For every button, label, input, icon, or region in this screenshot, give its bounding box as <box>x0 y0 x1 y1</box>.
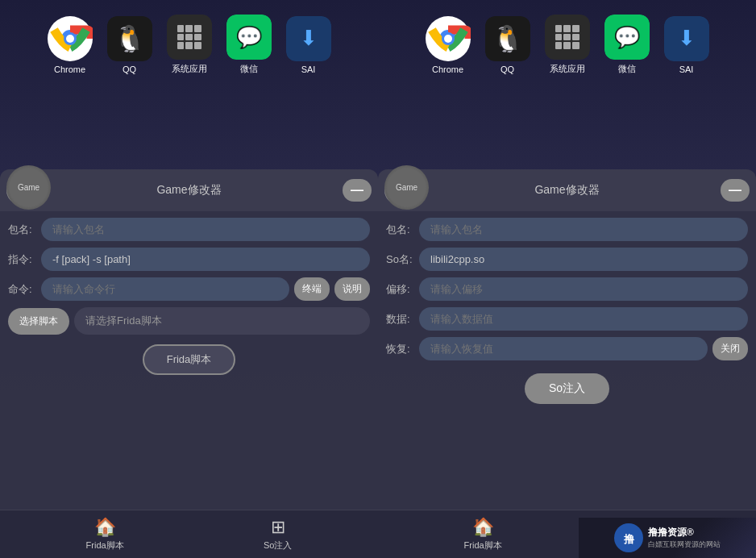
right-sysapp-label: 系统应用 <box>550 63 585 75</box>
right-sai-icon: ⬇ <box>664 16 709 61</box>
left-choose-script-row: 选择脚本 请选择Frida脚本 <box>8 307 370 335</box>
right-package-row: 包名: <box>386 218 748 241</box>
left-cmd-row: 命令: 终端 说明 <box>8 277 370 301</box>
watermark: 撸 撸撸资源® 白嫖互联网资源的网站 <box>579 518 756 558</box>
right-sai-app[interactable]: ⬇ SAI <box>664 16 709 74</box>
left-panel-content: 包名: 指令: -f [pack] -s [path] 命令: 终端 说明 <box>0 211 378 510</box>
right-restore-label: 恢复: <box>386 342 414 356</box>
right-qq-label: QQ <box>501 65 514 74</box>
right-package-input[interactable] <box>419 218 748 241</box>
watermark-logo-icon: 撸 <box>614 523 643 552</box>
right-data-input[interactable] <box>419 307 748 331</box>
left-nav-soinject[interactable]: ⊞ So注入 <box>264 517 292 552</box>
left-qq-label: QQ <box>123 65 136 74</box>
left-qq-app[interactable]: 🐧 QQ <box>107 16 152 74</box>
right-offset-input[interactable] <box>419 277 748 301</box>
right-nav-frida-label: Frida脚本 <box>464 539 502 552</box>
qq-icon: 🐧 <box>107 16 152 61</box>
right-minus-btn[interactable]: — <box>721 179 750 202</box>
wechat-icon: 💬 <box>226 15 272 60</box>
right-panel: Chrome 🐧 QQ <box>378 0 756 558</box>
left-package-row: 包名: <box>8 218 370 241</box>
left-panel-header: +++ Game修改器 — <box>0 169 378 211</box>
right-sai-label: SAI <box>679 65 694 74</box>
left-desc-btn[interactable]: 说明 <box>334 277 370 301</box>
left-nav-soinject-label: So注入 <box>264 539 292 552</box>
left-game-modifier-panel: +++ Game修改器 — 包名: 指令: -f [pack] -s [path… <box>0 169 378 558</box>
right-qq-app[interactable]: 🐧 QQ <box>485 16 530 74</box>
left-choose-script-placeholder: 请选择Frida脚本 <box>74 307 370 335</box>
right-chrome-label: Chrome <box>432 65 463 74</box>
watermark-subtitle: 白嫖互联网资源的网站 <box>648 539 721 550</box>
right-soname-value: libili2cpp.so <box>419 248 748 271</box>
left-terminal-btn[interactable]: 终端 <box>294 277 330 301</box>
sai-icon: ⬇ <box>286 16 331 61</box>
right-data-label: 数据: <box>386 312 414 327</box>
right-data-row: 数据: <box>386 307 748 331</box>
left-chrome-app[interactable]: Chrome <box>48 16 93 74</box>
left-wechat-app[interactable]: 💬 微信 <box>226 15 272 75</box>
right-offset-label: 偏移: <box>386 282 414 297</box>
right-chrome-icon <box>426 16 471 61</box>
right-game-modifier-panel: +++ Game修改器 — 包名: So名: libili2cpp.so 偏移: <box>378 169 756 558</box>
left-sai-label: SAI <box>301 65 316 74</box>
left-floating-circle[interactable]: Game <box>6 165 51 210</box>
svg-point-3 <box>66 35 74 43</box>
left-command-row: 指令: -f [pack] -s [path] <box>8 248 370 271</box>
right-nav-frida[interactable]: 🏠 Frida脚本 <box>464 517 502 552</box>
left-bottom-nav: 🏠 Frida脚本 ⊞ So注入 <box>0 510 378 558</box>
right-sysapp-icon <box>545 15 590 60</box>
left-nav-frida[interactable]: 🏠 Frida脚本 <box>86 517 124 552</box>
right-sysapp-app[interactable]: 系统应用 <box>545 15 590 75</box>
left-frida-btn-row: Frida脚本 <box>8 344 370 375</box>
right-restore-input[interactable] <box>419 337 708 360</box>
left-frida-btn[interactable]: Frida脚本 <box>143 344 236 375</box>
left-choose-script-btn[interactable]: 选择脚本 <box>8 308 69 335</box>
left-nav-frida-label: Frida脚本 <box>86 539 124 552</box>
left-sai-app[interactable]: ⬇ SAI <box>286 16 331 74</box>
left-app-icons-row: Chrome 🐧 QQ <box>0 0 378 83</box>
left-panel-title: Game修改器 <box>35 183 343 198</box>
right-wechat-icon: 💬 <box>604 15 650 60</box>
right-qq-icon: 🐧 <box>485 16 530 61</box>
right-floating-circle[interactable]: Game <box>384 165 429 210</box>
left-command-value: -f [pack] -s [path] <box>41 248 370 271</box>
chrome-icon <box>48 16 93 61</box>
left-package-label: 包名: <box>8 223 36 237</box>
sysapp-icon <box>167 15 212 60</box>
right-restore-row: 恢复: 关闭 <box>386 337 748 360</box>
left-chrome-label: Chrome <box>54 65 85 74</box>
left-panel: Chrome 🐧 QQ <box>0 0 378 558</box>
right-offset-row: 偏移: <box>386 277 748 301</box>
right-panel-content: 包名: So名: libili2cpp.so 偏移: 数据: <box>378 211 756 510</box>
watermark-text-block: 撸撸资源® 白嫖互联网资源的网站 <box>648 526 721 550</box>
svg-point-7 <box>444 35 452 43</box>
left-sysapp-app[interactable]: 系统应用 <box>167 15 212 75</box>
left-command-label: 指令: <box>8 252 36 267</box>
right-bottom-nav: 🏠 Frida脚本 ⊞ So注入 撸 撸撸资源® 白嫖互联网资源的网站 <box>378 510 756 558</box>
right-soname-label: So名: <box>386 252 414 267</box>
left-nav-grid-icon: ⊞ <box>271 517 285 538</box>
right-close-btn[interactable]: 关闭 <box>712 337 748 360</box>
right-game-label: Game <box>396 183 417 192</box>
right-wechat-app[interactable]: 💬 微信 <box>604 15 650 75</box>
left-nav-home-icon: 🏠 <box>94 517 116 538</box>
left-package-input[interactable] <box>41 218 370 241</box>
right-wechat-label: 微信 <box>618 63 636 75</box>
right-panel-title: Game修改器 <box>413 183 721 198</box>
right-package-label: 包名: <box>386 223 414 237</box>
left-cmd-input[interactable] <box>41 277 289 301</box>
right-soname-row: So名: libili2cpp.so <box>386 248 748 271</box>
watermark-title: 撸撸资源® <box>648 526 721 539</box>
right-so-inject-btn[interactable]: So注入 <box>525 373 609 404</box>
left-cmd-label: 命令: <box>8 282 36 297</box>
right-so-inject-row: So注入 <box>386 370 748 407</box>
svg-text:撸: 撸 <box>623 533 635 545</box>
right-panel-header: +++ Game修改器 — <box>378 169 756 211</box>
right-app-icons-row: Chrome 🐧 QQ <box>378 0 756 83</box>
right-nav-home-icon: 🏠 <box>472 517 494 538</box>
left-minus-btn[interactable]: — <box>343 179 372 202</box>
left-game-label: Game <box>18 183 39 192</box>
left-wechat-label: 微信 <box>240 63 258 75</box>
right-chrome-app[interactable]: Chrome <box>426 16 471 74</box>
